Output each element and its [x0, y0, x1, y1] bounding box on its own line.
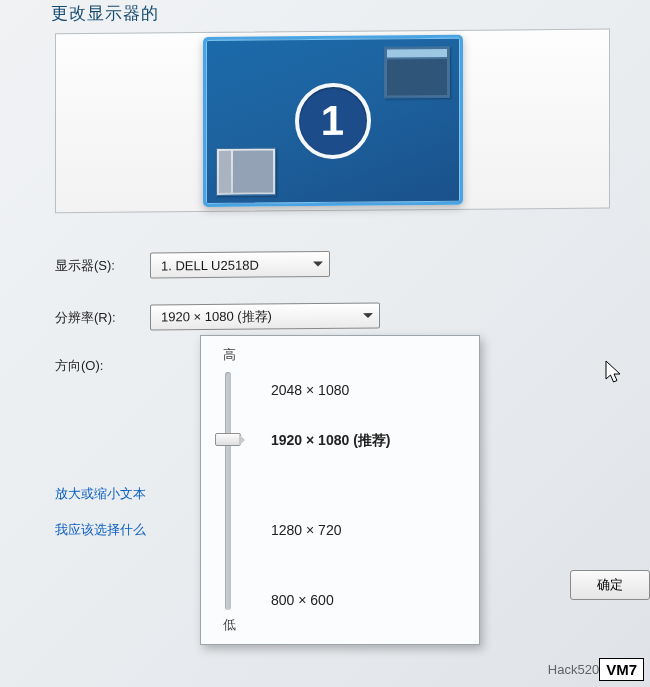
display-label: 显示器(S):	[55, 257, 150, 276]
resolution-option[interactable]: 1280 × 720	[271, 522, 341, 538]
resolution-dropdown-value: 1920 × 1080 (推荐)	[161, 307, 272, 326]
page-title: 更改显示器的	[51, 0, 610, 25]
chevron-down-icon	[363, 313, 373, 318]
display-dropdown-value: 1. DELL U2518D	[161, 257, 259, 273]
slider-label-high: 高	[223, 346, 236, 364]
resolution-slider-thumb[interactable]	[215, 433, 241, 446]
display-dropdown[interactable]: 1. DELL U2518D	[150, 251, 330, 279]
sample-window-icon	[216, 147, 276, 196]
slider-label-low: 低	[223, 616, 236, 634]
resolution-label: 分辨率(R):	[55, 309, 150, 328]
resolution-popup: 高 2048 × 1080 1920 × 1080 (推荐) 1280 × 72…	[200, 335, 480, 645]
orientation-label: 方向(O):	[55, 357, 150, 376]
watermark-text: Hack520	[548, 662, 599, 677]
resolution-dropdown[interactable]: 1920 × 1080 (推荐)	[150, 303, 380, 331]
monitor-thumbnail[interactable]: 1	[203, 35, 463, 207]
resolution-option[interactable]: 800 × 600	[271, 592, 334, 608]
sample-window-icon	[384, 46, 450, 99]
ok-button[interactable]: 确定	[570, 570, 650, 600]
resolution-option-selected[interactable]: 1920 × 1080 (推荐)	[271, 432, 390, 450]
watermark-box: VM7	[599, 658, 644, 681]
monitor-preview-panel: 1	[55, 29, 610, 214]
monitor-number-badge: 1	[295, 83, 371, 160]
cursor-arrow-icon	[605, 360, 625, 389]
resolution-option[interactable]: 2048 × 1080	[271, 382, 349, 398]
chevron-down-icon	[313, 262, 323, 267]
resolution-slider-track[interactable]	[225, 372, 231, 610]
watermark: Hack520 VM7	[548, 658, 644, 681]
